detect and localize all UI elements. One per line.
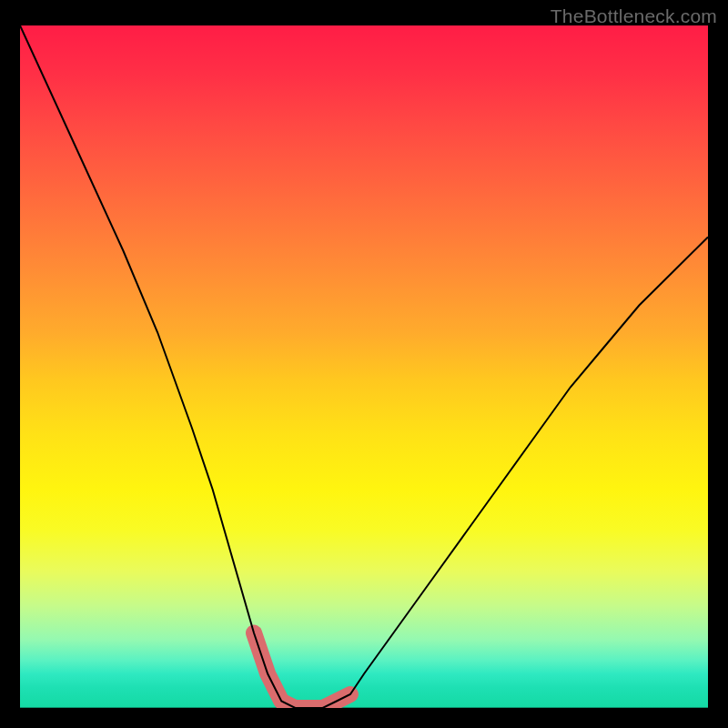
bottleneck-curve-line <box>20 25 708 708</box>
bottleneck-highlight-band <box>254 633 350 709</box>
watermark-text: TheBottleneck.com <box>551 5 717 27</box>
chart-svg <box>20 25 708 708</box>
chart-plot-area <box>20 25 708 708</box>
app-frame: TheBottleneck.com <box>0 0 728 728</box>
